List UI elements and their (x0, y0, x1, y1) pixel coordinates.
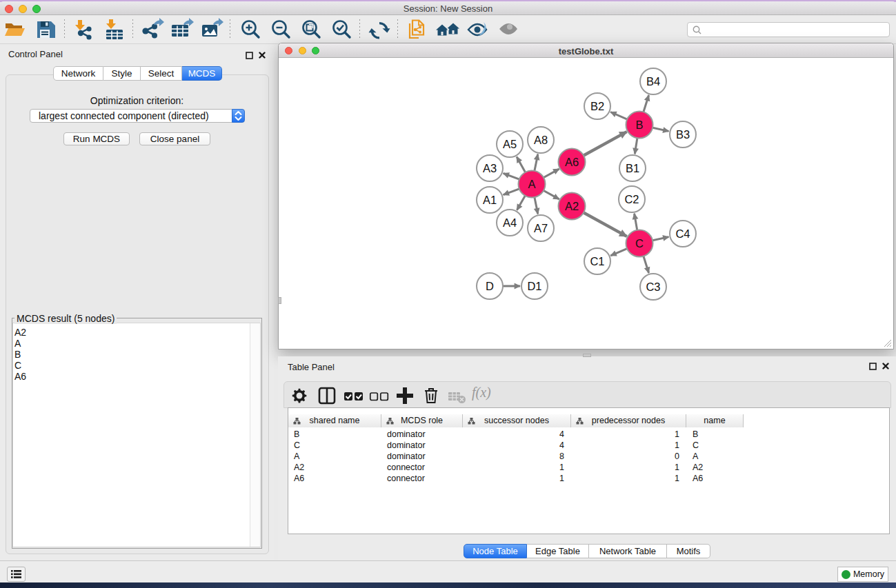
svg-text:B2: B2 (590, 100, 604, 112)
svg-text:A2: A2 (565, 200, 579, 212)
svg-text:A: A (528, 178, 535, 190)
svg-text:D: D (486, 280, 494, 292)
svg-text:C: C (635, 237, 644, 250)
svg-text:C3: C3 (646, 281, 660, 293)
svg-text:B3: B3 (676, 128, 690, 141)
svg-text:A7: A7 (534, 222, 548, 234)
svg-text:A1: A1 (483, 194, 497, 206)
svg-text:C4: C4 (675, 227, 690, 240)
svg-text:A3: A3 (483, 162, 497, 174)
svg-text:B: B (635, 119, 643, 131)
svg-text:B1: B1 (626, 162, 639, 174)
svg-text:B4: B4 (646, 75, 660, 88)
svg-text:A4: A4 (503, 216, 517, 229)
svg-text:A5: A5 (503, 138, 517, 150)
svg-text:C2: C2 (624, 193, 639, 205)
svg-text:D1: D1 (527, 280, 541, 292)
svg-text:A8: A8 (534, 134, 548, 146)
svg-text:A6: A6 (565, 156, 579, 168)
svg-text:C1: C1 (590, 255, 604, 267)
